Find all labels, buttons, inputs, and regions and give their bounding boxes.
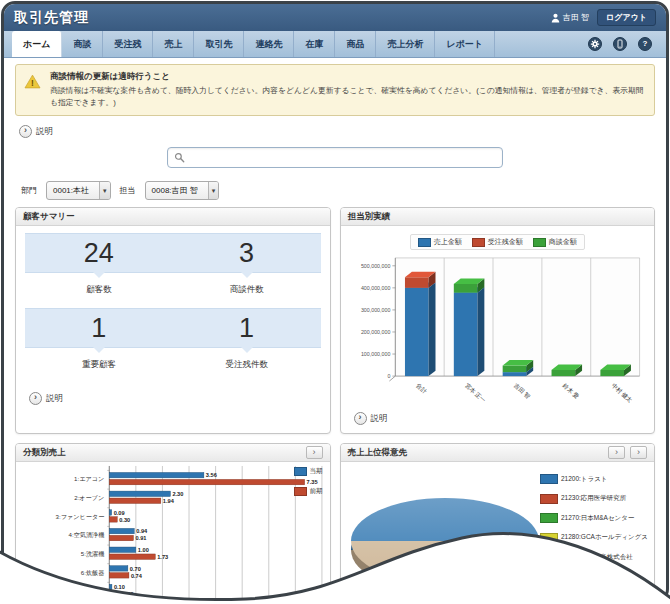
svg-text:中村 健太: 中村 健太 (609, 383, 632, 405)
legend-item: 21270:日本M&Aセンター (540, 513, 648, 523)
department-label: 部門 (21, 185, 37, 196)
svg-text:1:エアコン: 1:エアコン (74, 475, 104, 482)
svg-text:0.70: 0.70 (130, 566, 141, 572)
panel-header: 売上上位得意先 › › (341, 444, 655, 462)
tab-売上[interactable]: 売上 (153, 31, 194, 57)
legend-label: 21200:トラスト (561, 475, 608, 484)
legend-label: 13520:カラスイ (561, 572, 608, 581)
legend-label: 00004:戸山興産株式会社 (561, 553, 633, 562)
svg-text:2:オーブン: 2:オーブン (74, 494, 104, 501)
legend-swatch (540, 494, 558, 504)
svg-text:宮本 正一: 宮本 正一 (463, 382, 487, 405)
user-menu[interactable]: 吉田 智 (551, 12, 589, 23)
app-window: 取引先管理 吉田 智 ログアウト ホーム商談受注残売上取引先連絡先在庫商品売上分… (1, 1, 669, 603)
svg-text:100,000,000: 100,000,000 (360, 351, 390, 357)
logout-button[interactable]: ログアウト (597, 9, 656, 26)
panel-body: 21200:トラスト21230:応用医学研究所21270:日本M&Aセンター21… (341, 462, 655, 603)
panel-title: 顧客サマリー (23, 211, 75, 223)
tab-在庫[interactable]: 在庫 (294, 31, 335, 57)
stat-value[interactable]: 1 (25, 308, 173, 348)
panel-owner-results: 担当別実績 売上金額受注残金額商談金額 0100,000,000200,000,… (340, 207, 656, 434)
svg-text:0.30: 0.30 (119, 517, 130, 523)
stat-value[interactable]: 1 (173, 308, 321, 348)
stat-label: 顧客数 (25, 284, 173, 296)
owner-select[interactable]: 0008:吉田 智 ▾ (145, 181, 220, 200)
owner-results-chart: 0100,000,000200,000,000300,000,000400,00… (350, 252, 646, 406)
help-icon[interactable]: ? (638, 37, 652, 51)
legend-swatch (294, 467, 307, 476)
tab-売上分析[interactable]: 売上分析 (376, 31, 435, 57)
svg-text:1.73: 1.73 (157, 554, 168, 560)
legend-item: 00004:戸山興産株式会社 (540, 552, 648, 562)
svg-text:合計: 合計 (414, 383, 428, 396)
explain-label: 説明 (46, 393, 63, 405)
svg-text:2.30: 2.30 (172, 491, 183, 497)
legend-label: 当期 (310, 467, 323, 476)
chevron-down-icon: ▾ (99, 182, 110, 199)
owner-label: 担当 (120, 185, 136, 196)
search-icon (174, 152, 185, 163)
mobile-icon[interactable] (613, 37, 627, 51)
dashboard-grid: 顧客サマリー 24顧客数3商談件数1重要顧客1受注残件数 › 説明 担当別実績 … (15, 207, 655, 603)
svg-text:0.10: 0.10 (114, 584, 125, 590)
panel-category-sales: 分類別売上 › 1:エアコン3.567.352:オーブン2.301.943:ファ… (15, 443, 331, 603)
explain-label: 説明 (371, 413, 388, 425)
pie-top (351, 498, 539, 584)
explain-link-owner[interactable]: › 説明 (354, 412, 388, 425)
legend-swatch (540, 513, 558, 523)
legend-label: 前期 (310, 487, 323, 496)
panel-next-button[interactable]: › (630, 446, 647, 459)
explain-link-summary[interactable]: › 説明 (29, 392, 63, 405)
tab-連絡先[interactable]: 連絡先 (244, 31, 294, 57)
svg-text:!: ! (31, 78, 34, 88)
notice-banner: ! 商談情報の更新は適時行うこと 商談情報は不確実な案件も含めて、随時入力してく… (15, 64, 655, 116)
tab-商談[interactable]: 商談 (62, 31, 103, 57)
tab-受注残[interactable]: 受注残 (103, 31, 153, 57)
tab-レポート[interactable]: レポート (435, 31, 495, 57)
legend-item: 前期 (294, 487, 323, 496)
panel-next-button[interactable]: › (306, 446, 323, 459)
legend-item: 21200:トラスト (540, 474, 648, 484)
chevron-circle-icon: › (29, 392, 42, 405)
department-select[interactable]: 0001:本社 ▾ (46, 181, 111, 200)
panel-title: 分類別売上 (23, 447, 66, 459)
panel-body: 売上金額受注残金額商談金額 0100,000,000200,000,000300… (341, 234, 655, 433)
settings-gear-icon[interactable] (588, 37, 602, 51)
tab-ホーム[interactable]: ホーム (12, 31, 62, 57)
notice-text: 商談情報の更新は適時行うこと 商談情報は不確実な案件も含めて、随時入力してくださ… (50, 71, 646, 108)
svg-text:4:空気清浄機: 4:空気清浄機 (69, 531, 105, 539)
explain-label: 説明 (36, 126, 53, 138)
top-customers-pie-chart (351, 498, 539, 584)
legend-item: 13520:カラスイ (540, 572, 648, 582)
panel-prev-button[interactable]: › (608, 446, 625, 459)
legend-item: 当期 (294, 467, 323, 476)
tab-商品[interactable]: 商品 (335, 31, 376, 57)
svg-text:400,000,000: 400,000,000 (360, 285, 390, 291)
panel-header: 分類別売上 › (16, 444, 330, 462)
legend-label: 21230:応用医学研究所 (561, 494, 626, 503)
search-row (15, 147, 655, 168)
legend-swatch (472, 238, 485, 247)
tab-bar: ホーム商談受注残売上取引先連絡先在庫商品売上分析レポート ? (4, 31, 666, 58)
svg-text:5:洗濯機: 5:洗濯機 (81, 550, 104, 558)
stat-value[interactable]: 3 (173, 233, 321, 273)
page-title: 取引先管理 (14, 9, 89, 27)
stat-label: 受注残件数 (173, 359, 321, 371)
user-icon (551, 13, 560, 23)
legend-label: 商談金額 (549, 237, 577, 247)
tab-list: ホーム商談受注残売上取引先連絡先在庫商品売上分析レポート (4, 31, 495, 57)
stat-value[interactable]: 24 (25, 233, 173, 273)
svg-text:1.94: 1.94 (163, 498, 175, 504)
notice-title: 商談情報の更新は適時行うこと (50, 71, 646, 83)
svg-text:3:ファンヒーター: 3:ファンヒーター (56, 513, 105, 520)
search-input[interactable] (190, 152, 496, 164)
notice-body: 商談情報は不確実な案件も含めて、随時入力してください。内容をどんどん更新すること… (50, 85, 646, 108)
help-glyph: ? (643, 40, 648, 48)
explain-link-top[interactable]: › 説明 (19, 125, 53, 138)
panel-top-customers: 売上上位得意先 › › 21200:トラスト21230:応用医学研究所21270… (340, 443, 656, 603)
legend-swatch (540, 552, 558, 562)
search-box[interactable] (167, 147, 503, 168)
main-content: ! 商談情報の更新は適時行うこと 商談情報は不確実な案件も含めて、随時入力してく… (4, 58, 666, 603)
legend-item: 売上金額 (418, 237, 462, 247)
tab-取引先[interactable]: 取引先 (194, 31, 244, 57)
